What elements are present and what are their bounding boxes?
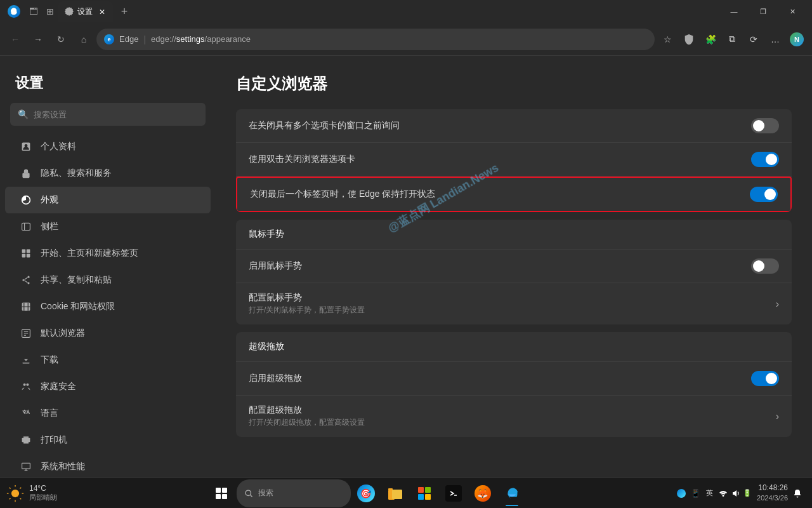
new-tab-btn[interactable]: + xyxy=(115,3,133,20)
svg-line-37 xyxy=(250,495,252,497)
svg-rect-19 xyxy=(22,463,30,469)
file-explorer-btn[interactable] xyxy=(381,479,409,507)
setting-row-config-drag[interactable]: 配置超级拖放 打开/关闭超级拖放，配置高级设置 › xyxy=(236,396,792,437)
copilot-btn[interactable]: 🎯 xyxy=(352,479,380,507)
svg-rect-14 xyxy=(22,363,29,364)
notification-bell[interactable] xyxy=(793,489,802,498)
titlebar-left: 🗔 ⊞ xyxy=(5,3,56,20)
enable-gesture-label: 启用鼠标手势 xyxy=(249,260,751,272)
sidebar-item-profile[interactable]: 个人资料 xyxy=(5,133,211,160)
setting-row-dbl-click: 使用双击关闭浏览器选项卡 xyxy=(236,143,792,177)
appearance-icon xyxy=(20,194,32,206)
enable-gesture-toggle[interactable] xyxy=(751,258,779,274)
terminal-btn[interactable] xyxy=(440,479,468,507)
grid-btn[interactable]: ⊞ xyxy=(44,6,56,17)
config-gesture-right: › xyxy=(776,298,779,310)
extension-btn[interactable]: 🧩 xyxy=(700,29,721,50)
favorite-btn[interactable]: ☆ xyxy=(657,29,678,50)
setting-row-enable-gesture: 启用鼠标手势 xyxy=(236,250,792,283)
sound-icon[interactable] xyxy=(731,489,740,498)
mouse-gesture-header: 鼠标手势 xyxy=(236,220,792,250)
settings-tab[interactable]: 设置 ✕ xyxy=(58,1,113,22)
new-session-btn[interactable]: 🗔 xyxy=(28,6,39,17)
search-input[interactable] xyxy=(34,110,198,119)
tab-close-icon[interactable]: ✕ xyxy=(99,8,107,15)
enable-drag-toggle[interactable] xyxy=(751,371,779,386)
address-box[interactable]: e Edge | edge://settings/appearance xyxy=(96,29,655,50)
sidebar-item-sidebar[interactable]: 侧栏 xyxy=(5,213,211,240)
firefox-btn[interactable]: 🦊 xyxy=(469,479,497,507)
address-edge-icon: e xyxy=(104,34,114,44)
sidebar-label-cookies: Cookie 和网站权限 xyxy=(41,301,115,312)
maximize-btn[interactable]: ❐ xyxy=(749,0,778,23)
taskbar: 14°C 局部晴朗 搜索 🎯 xyxy=(0,478,812,508)
close-btn[interactable]: ✕ xyxy=(778,0,807,23)
address-brand: Edge xyxy=(119,34,138,44)
sidebar-item-download[interactable]: 下载 xyxy=(5,347,211,373)
settings-tab-icon xyxy=(65,7,74,16)
ime-icon[interactable]: 英 xyxy=(704,488,715,499)
sidebar-item-language[interactable]: 语言 xyxy=(5,400,211,427)
more-btn[interactable]: … xyxy=(765,29,785,50)
profile-icon xyxy=(20,141,32,152)
sidebar-item-share[interactable]: 共享、复制和粘贴 xyxy=(5,267,211,293)
sidebar-search[interactable]: 🔍 xyxy=(10,103,206,126)
battery-icon[interactable]: 🔋 xyxy=(743,489,752,497)
taskbar-search[interactable]: 搜索 xyxy=(237,479,351,507)
weather-widget[interactable]: 14°C 局部晴朗 xyxy=(5,483,57,504)
keep-open-label: 关闭最后一个标签页时，使 Edge 保持打开状态 xyxy=(250,189,750,200)
profile-btn[interactable]: N xyxy=(787,29,807,50)
svg-rect-40 xyxy=(392,490,402,499)
svg-line-29 xyxy=(20,498,21,499)
copilot-sys-icon[interactable] xyxy=(676,488,687,499)
addressbar: ← → ↻ ⌂ e Edge | edge://settings/appeara… xyxy=(0,23,812,56)
sidebar: 设置 🔍 个人资料 隐私、搜索和服务 外观 xyxy=(0,56,216,478)
sidebar-item-family[interactable]: 家庭安全 xyxy=(5,373,211,400)
edge-taskbar-btn[interactable] xyxy=(498,479,526,507)
start-btn[interactable] xyxy=(207,479,235,507)
address-url: edge://settings/appearance xyxy=(151,34,251,44)
minimize-btn[interactable]: — xyxy=(719,0,749,23)
sidebar-label-start: 开始、主页和新建标签页 xyxy=(41,248,138,259)
forward-btn[interactable]: → xyxy=(28,29,48,50)
shield-btn[interactable] xyxy=(679,29,699,50)
sidebar-item-printer[interactable]: 打印机 xyxy=(5,427,211,453)
printer-icon xyxy=(20,434,32,446)
network-icon[interactable] xyxy=(717,488,729,499)
sidebar-item-system[interactable]: 系统和性能 xyxy=(5,453,211,478)
taskbar-time[interactable]: 10:48:26 2024/3/26 xyxy=(757,483,788,503)
split-view-btn[interactable]: ⧉ xyxy=(722,29,742,50)
history-btn[interactable]: ⟳ xyxy=(743,29,764,50)
config-gesture-sub: 打开/关闭鼠标手势，配置手势设置 xyxy=(249,305,365,316)
sidebar-icon xyxy=(20,221,32,232)
phone-sys-icon[interactable]: 📱 xyxy=(690,488,701,499)
ask-close-toggle[interactable] xyxy=(751,118,779,133)
dbl-click-toggle[interactable] xyxy=(751,152,779,167)
super-drag-header: 超级拖放 xyxy=(236,332,792,362)
enable-drag-label: 启用超级拖放 xyxy=(249,373,751,384)
refresh-btn[interactable]: ↻ xyxy=(51,29,71,50)
sidebar-item-start[interactable]: 开始、主页和新建标签页 xyxy=(5,240,211,267)
svg-line-31 xyxy=(10,498,11,499)
family-icon xyxy=(20,381,32,392)
sidebar-label-appearance: 外观 xyxy=(41,194,58,206)
svg-rect-42 xyxy=(425,487,431,493)
sidebar-item-cookies[interactable]: Cookie 和网站权限 xyxy=(5,293,211,320)
weather-temp: 14°C xyxy=(29,484,57,493)
edge-logo-btn[interactable] xyxy=(5,3,23,20)
store-btn[interactable] xyxy=(410,479,438,507)
sidebar-item-default[interactable]: 默认浏览器 xyxy=(5,320,211,347)
sidebar-label-default: 默认浏览器 xyxy=(41,328,85,339)
svg-point-11 xyxy=(22,279,24,281)
home-btn[interactable]: ⌂ xyxy=(74,29,94,50)
sidebar-item-privacy[interactable]: 隐私、搜索和服务 xyxy=(5,160,211,187)
ask-close-knob xyxy=(753,120,764,131)
sidebar-item-appearance[interactable]: 外观 xyxy=(5,187,211,213)
setting-row-enable-drag: 启用超级拖放 xyxy=(236,362,792,396)
share-icon xyxy=(20,274,32,286)
dbl-click-label: 使用双击关闭浏览器选项卡 xyxy=(249,154,751,165)
back-btn[interactable]: ← xyxy=(5,29,25,50)
svg-point-16 xyxy=(26,384,29,386)
keep-open-toggle[interactable] xyxy=(750,187,778,202)
setting-row-config-gesture[interactable]: 配置鼠标手势 打开/关闭鼠标手势，配置手势设置 › xyxy=(236,283,792,324)
